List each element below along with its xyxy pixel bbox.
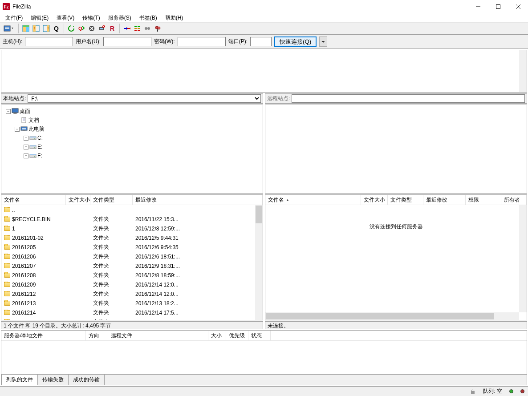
- scrollbar[interactable]: [519, 205, 527, 312]
- list-item[interactable]: 20161208文件夹2016/12/8 18:59:...: [1, 271, 263, 280]
- list-item[interactable]: 20161201-02文件夹2016/12/5 9:44:31: [1, 233, 263, 242]
- tree-node[interactable]: 文档: [2, 116, 262, 125]
- tree-node[interactable]: +F:: [2, 151, 262, 160]
- local-file-list[interactable]: 文件名 文件大小 文件类型 最近修改 ..$RECYCLE.BIN文件夹2016…: [1, 194, 263, 320]
- toggle-remote-tree-icon[interactable]: [41, 24, 51, 33]
- quickconnect-button[interactable]: 快速连接(Q): [274, 36, 317, 47]
- list-item[interactable]: ..: [1, 205, 263, 214]
- remote-file-list[interactable]: 文件名▲ 文件大小 文件类型 最近修改 权限 所有者 没有连接到任何服务器: [265, 194, 527, 320]
- file-modified: 2016/12/8 12:59:...: [133, 226, 263, 232]
- reconnect-icon[interactable]: R: [107, 24, 117, 33]
- col-modified[interactable]: 最近修改: [423, 195, 466, 205]
- menu-help[interactable]: 帮助(H): [162, 13, 187, 23]
- expand-icon[interactable]: +: [24, 153, 28, 158]
- local-list-header[interactable]: 文件名 文件大小 文件类型 最近修改: [1, 195, 263, 205]
- user-input[interactable]: [103, 37, 151, 46]
- maximize-button[interactable]: [488, 0, 508, 13]
- col-size[interactable]: 大小: [208, 331, 226, 340]
- port-input[interactable]: [250, 37, 272, 46]
- process-queue-icon[interactable]: Q: [77, 24, 86, 33]
- tree-node[interactable]: −此电脑: [2, 125, 262, 133]
- expand-icon[interactable]: +: [24, 145, 28, 149]
- list-item[interactable]: 20161212文件夹2016/12/14 12:0...: [1, 289, 263, 299]
- filter-icon[interactable]: [122, 24, 132, 33]
- file-name: 20161207: [12, 263, 36, 269]
- menu-server[interactable]: 服务器(S): [105, 13, 135, 23]
- col-modified[interactable]: 最近修改: [133, 195, 263, 205]
- transfer-queue[interactable]: 服务器/本地文件 方向 远程文件 大小 优先级 状态: [1, 330, 527, 375]
- menu-transfer[interactable]: 传输(T): [79, 13, 103, 23]
- expand-icon[interactable]: −: [15, 127, 20, 132]
- col-permissions[interactable]: 权限: [466, 195, 501, 205]
- col-owner[interactable]: 所有者: [501, 195, 527, 205]
- quickconnect-dropdown[interactable]: [319, 36, 327, 47]
- remote-list-header[interactable]: 文件名▲ 文件大小 文件类型 最近修改 权限 所有者: [265, 195, 527, 205]
- col-size[interactable]: 文件大小: [361, 195, 388, 205]
- tab-success[interactable]: 成功的传输: [68, 374, 105, 385]
- local-tree[interactable]: −桌面文档−此电脑+C:+E:+F:: [1, 105, 263, 194]
- col-direction[interactable]: 方向: [86, 331, 108, 340]
- list-item[interactable]: 20161205文件夹2016/12/6 9:54:35: [1, 242, 263, 252]
- list-item[interactable]: 20161206文件夹2016/12/6 18:51:...: [1, 252, 263, 261]
- disconnect-icon[interactable]: [97, 24, 107, 33]
- remote-site-select[interactable]: [292, 94, 525, 103]
- col-type[interactable]: 文件类型: [90, 195, 133, 205]
- col-name[interactable]: 文件名▲: [265, 195, 361, 205]
- file-modified: 2016/12/6 18:51:...: [133, 254, 263, 260]
- refresh-icon[interactable]: [66, 24, 76, 33]
- sync-browse-icon[interactable]: [142, 24, 152, 33]
- remote-tree[interactable]: [265, 105, 527, 194]
- list-item[interactable]: $RECYCLE.BIN文件夹2016/11/22 15:3...: [1, 214, 263, 224]
- col-name[interactable]: 文件名: [1, 195, 66, 205]
- folder-icon: [4, 319, 10, 320]
- list-item[interactable]: 20161214文件夹2016/12/14 17:5...: [1, 308, 263, 317]
- col-status[interactable]: 状态: [248, 331, 271, 340]
- col-type[interactable]: 文件类型: [388, 195, 423, 205]
- scrollbar[interactable]: [265, 312, 519, 320]
- menu-bookmarks[interactable]: 书签(B): [136, 13, 161, 23]
- tree-node[interactable]: +E:: [2, 142, 262, 151]
- scrollbar[interactable]: [519, 50, 527, 92]
- compare-icon[interactable]: [132, 24, 142, 33]
- toggle-local-tree-icon[interactable]: [31, 24, 41, 33]
- toggle-log-icon[interactable]: [21, 24, 31, 33]
- tab-failed[interactable]: 传输失败: [37, 374, 69, 385]
- minimize-button[interactable]: [468, 0, 488, 13]
- local-site-select[interactable]: F:\: [28, 94, 261, 103]
- file-type: 文件夹: [90, 262, 133, 270]
- queue-header[interactable]: 服务器/本地文件 方向 远程文件 大小 优先级 状态: [1, 331, 527, 341]
- toggle-queue-icon[interactable]: Q: [52, 24, 61, 33]
- scrollbar[interactable]: [255, 205, 263, 320]
- tab-queued[interactable]: 列队的文件: [1, 374, 38, 385]
- tree-node[interactable]: +C:: [2, 133, 262, 142]
- message-log[interactable]: [1, 50, 527, 93]
- list-item[interactable]: 1文件夹2016/12/8 12:59:...: [1, 224, 263, 233]
- file-modified: 2016/12/15 18:4...: [133, 319, 263, 320]
- menu-file[interactable]: 文件(F): [2, 13, 26, 23]
- expand-icon[interactable]: −: [6, 109, 11, 114]
- list-item[interactable]: 20161207文件夹2016/12/9 18:31:...: [1, 261, 263, 271]
- pass-input[interactable]: [178, 37, 226, 46]
- list-item[interactable]: 20161215文件夹2016/12/15 18:4...: [1, 317, 263, 320]
- search-icon[interactable]: [153, 24, 162, 33]
- close-button[interactable]: [508, 0, 528, 13]
- svg-point-13: [34, 27, 35, 28]
- tree-node[interactable]: −桌面: [2, 107, 262, 116]
- col-server-local[interactable]: 服务器/本地文件: [1, 331, 86, 340]
- menu-edit[interactable]: 编辑(E): [27, 13, 52, 23]
- list-item[interactable]: 20161213文件夹2016/12/13 18:2...: [1, 299, 263, 308]
- svg-point-14: [34, 28, 35, 29]
- expand-icon[interactable]: [15, 118, 20, 123]
- pc-icon: [20, 126, 28, 132]
- svg-rect-37: [138, 30, 140, 31]
- menu-view[interactable]: 查看(V): [53, 13, 78, 23]
- svg-rect-57: [30, 145, 36, 146]
- col-size[interactable]: 文件大小: [66, 195, 90, 205]
- list-item[interactable]: 20161209文件夹2016/12/14 12:0...: [1, 280, 263, 289]
- cancel-icon[interactable]: [87, 24, 97, 33]
- col-remote-file[interactable]: 远程文件: [108, 331, 208, 340]
- expand-icon[interactable]: +: [24, 136, 28, 141]
- site-manager-icon[interactable]: [2, 24, 16, 33]
- col-priority[interactable]: 优先级: [226, 331, 248, 340]
- host-input[interactable]: [25, 37, 73, 46]
